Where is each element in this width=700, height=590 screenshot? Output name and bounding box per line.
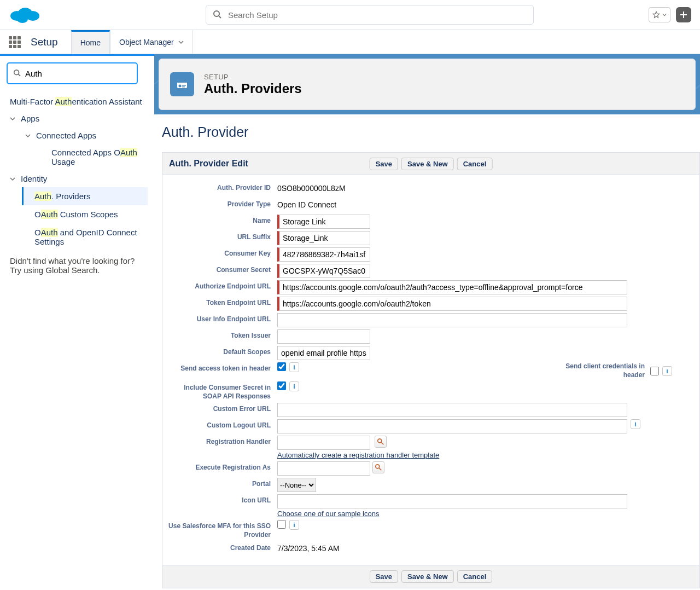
global-add-button[interactable] <box>676 7 691 22</box>
global-search-input[interactable] <box>228 10 527 20</box>
info-icon[interactable]: i <box>289 520 299 530</box>
auth-provider-form: Auth. Provider ID0SO8b000000L8zM Provide… <box>162 175 700 565</box>
input-name[interactable] <box>277 215 370 229</box>
section-title: Auth. Provider Edit <box>169 159 248 169</box>
label-token-endpoint: Token Endpoint URL <box>168 297 277 308</box>
label-include-consumer-secret: Include Consumer Secret in SOAP API Resp… <box>168 381 277 401</box>
svg-line-16 <box>381 442 383 444</box>
chevron-down-icon <box>10 174 18 183</box>
svg-rect-13 <box>182 85 186 86</box>
chevron-down-icon <box>10 114 18 123</box>
sidebar-item-oauth-custom-scopes[interactable]: OAuth Custom Scopes <box>22 205 148 223</box>
svg-point-2 <box>26 11 39 21</box>
value-provider-type: Open ID Connect <box>277 198 336 209</box>
input-url-suffix[interactable] <box>277 231 370 245</box>
label-icon-url: Icon URL <box>168 494 277 505</box>
checkbox-include-consumer-secret[interactable] <box>277 381 286 390</box>
link-sample-icons[interactable]: Choose one of our sample icons <box>277 510 379 518</box>
input-authorize-endpoint[interactable] <box>277 280 627 294</box>
checkbox-send-token-header[interactable] <box>277 362 286 371</box>
svg-line-9 <box>19 74 21 76</box>
input-token-endpoint[interactable] <box>277 297 627 311</box>
label-consumer-secret: Consumer Secret <box>168 264 277 275</box>
sidebar-item-mfa-assistant[interactable]: Multi-Factor Authentication Assistant <box>7 93 148 110</box>
page-heading: Auth. Provider <box>162 124 700 140</box>
svg-point-12 <box>179 85 182 88</box>
link-create-reg-handler-template[interactable]: Automatically create a registration hand… <box>277 451 439 459</box>
input-default-scopes[interactable] <box>277 346 370 360</box>
sidebar-not-found-note: Didn't find what you're looking for? Try… <box>7 251 148 280</box>
auth-providers-icon <box>170 72 194 96</box>
input-custom-error-url[interactable] <box>277 403 627 417</box>
app-name: Setup <box>31 36 58 48</box>
label-provider-type: Provider Type <box>168 198 277 209</box>
favorites-button[interactable] <box>649 7 670 22</box>
input-user-info-endpoint[interactable] <box>277 313 627 327</box>
save-button-bottom[interactable]: Save <box>370 570 398 583</box>
save-and-new-button[interactable]: Save & New <box>401 158 454 170</box>
label-registration-handler: Registration Handler <box>168 436 277 447</box>
page-banner: SETUP Auth. Providers <box>154 54 700 114</box>
checkbox-use-mfa[interactable] <box>277 520 286 529</box>
quick-find[interactable] <box>7 62 138 84</box>
tab-home[interactable]: Home <box>71 30 110 54</box>
svg-point-15 <box>377 439 381 443</box>
svg-line-5 <box>219 16 221 18</box>
info-icon[interactable]: i <box>662 366 672 376</box>
input-custom-logout-url[interactable] <box>277 419 627 433</box>
bottom-button-bar: Save Save & New Cancel <box>162 565 700 588</box>
input-consumer-secret[interactable] <box>277 264 370 278</box>
salesforce-logo-icon <box>9 4 42 26</box>
input-execute-reg-as[interactable] <box>277 461 370 476</box>
page-title: Auth. Providers <box>204 81 302 96</box>
checkbox-send-client-creds[interactable] <box>650 367 659 375</box>
input-consumer-key[interactable] <box>277 247 370 262</box>
svg-line-18 <box>379 468 381 470</box>
chevron-down-icon <box>178 38 184 47</box>
lookup-icon[interactable] <box>375 436 387 448</box>
sidebar-item-auth-providers[interactable]: Auth. Providers <box>22 187 148 205</box>
sidebar-item-connected-apps-oauth-usage[interactable]: Connected Apps OAuth Usage <box>48 144 148 170</box>
svg-rect-14 <box>182 86 185 88</box>
label-portal: Portal <box>168 478 277 489</box>
lookup-icon[interactable] <box>372 461 384 473</box>
label-name: Name <box>168 215 277 225</box>
cancel-button-bottom[interactable]: Cancel <box>457 570 493 583</box>
label-authorize-endpoint: Authorize Endpoint URL <box>168 280 277 291</box>
svg-point-17 <box>376 465 380 468</box>
search-icon <box>13 69 21 78</box>
label-execute-reg-as: Execute Registration As <box>168 461 277 472</box>
label-consumer-key: Consumer Key <box>168 247 277 258</box>
sidebar-group-identity[interactable]: Identity <box>7 170 148 187</box>
label-custom-error-url: Custom Error URL <box>168 403 277 414</box>
cancel-button[interactable]: Cancel <box>457 158 493 170</box>
sidebar-group-connected-apps[interactable]: Connected Apps <box>22 127 148 144</box>
svg-rect-11 <box>177 80 187 83</box>
sidebar-group-apps[interactable]: Apps <box>7 110 148 127</box>
app-launcher-icon[interactable] <box>9 36 21 48</box>
save-button[interactable]: Save <box>370 158 398 170</box>
info-icon[interactable]: i <box>289 381 299 391</box>
save-and-new-button-bottom[interactable]: Save & New <box>401 570 454 583</box>
app-nav-bar: Setup Home Object Manager <box>0 30 700 54</box>
label-token-issuer: Token Issuer <box>168 329 277 340</box>
svg-rect-7 <box>680 14 687 15</box>
input-icon-url[interactable] <box>277 494 627 508</box>
svg-point-3 <box>17 15 28 23</box>
section-header: Auth. Provider Edit Save Save & New Canc… <box>162 152 700 175</box>
input-token-issuer[interactable] <box>277 329 370 344</box>
sidebar-item-oauth-openid-settings[interactable]: OAuth and OpenID Connect Settings <box>22 223 148 251</box>
global-search[interactable] <box>206 5 534 25</box>
breadcrumb: SETUP <box>204 73 302 81</box>
label-send-client-creds: Send client credentials in header <box>552 362 650 379</box>
svg-point-4 <box>214 11 219 16</box>
info-icon[interactable]: i <box>631 419 640 429</box>
input-registration-handler[interactable] <box>277 436 370 450</box>
quick-find-input[interactable] <box>25 69 131 78</box>
label-user-info-endpoint: User Info Endpoint URL <box>168 313 277 324</box>
info-icon[interactable]: i <box>289 362 299 372</box>
global-header <box>0 0 700 30</box>
label-provider-id: Auth. Provider ID <box>168 182 277 193</box>
select-portal[interactable]: --None-- <box>277 478 316 492</box>
tab-object-manager[interactable]: Object Manager <box>110 30 193 54</box>
